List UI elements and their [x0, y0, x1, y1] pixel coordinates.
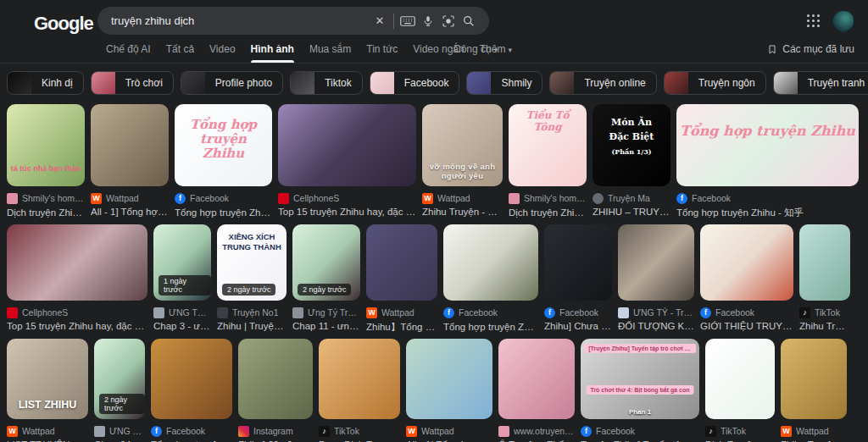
result-title[interactable]: Top 15 truyện Zhihu hay, đặc sắc và h...: [7, 321, 147, 331]
result-title[interactable]: GIỚI THIỆU TRUYỆN] [ZH...: [700, 321, 793, 331]
result-thumbnail[interactable]: [406, 339, 492, 419]
filter-chip-facebook[interactable]: Facebook: [370, 71, 460, 95]
result-thumbnail[interactable]: [799, 224, 850, 301]
result-thumbnail[interactable]: [7, 224, 147, 301]
result-title[interactable]: Chap 3 - ưng tỷ - ...: [153, 321, 211, 331]
result-title[interactable]: Zhihu] Chưa đặt tê...: [544, 321, 612, 331]
result-thumbnail[interactable]: [91, 104, 169, 186]
result-title[interactable]: Tổng hợp truyện Zhihu - 知...: [443, 321, 538, 334]
result-source[interactable]: fFacebook: [151, 425, 232, 437]
result-source[interactable]: CellphoneS: [7, 307, 147, 318]
saved-items-button[interactable]: Các mục đã lưu: [767, 43, 854, 55]
result-thumbnail[interactable]: [443, 224, 538, 301]
result-source[interactable]: ƯNG TỶ - Truyện c...: [618, 307, 694, 318]
result-source[interactable]: WWattpad: [781, 425, 847, 437]
result-thumbnail[interactable]: Tổng hợp truyện Zhihu: [175, 104, 272, 186]
result-title[interactable]: ZHIHU – TRUYỆN KÌ ...: [593, 207, 670, 217]
result-source[interactable]: Truyện No1: [217, 307, 287, 318]
user-avatar[interactable]: [832, 10, 854, 32]
filter-chip-tr-ch-i[interactable]: Trò chơi: [91, 71, 174, 95]
result-thumbnail[interactable]: [618, 224, 694, 301]
search-icon[interactable]: [459, 11, 479, 31]
result-source[interactable]: WWattpad: [7, 425, 88, 437]
result-source[interactable]: Truyện Ma: [593, 192, 670, 204]
tools-button[interactable]: Công cụ▾: [453, 43, 498, 55]
result-thumbnail[interactable]: [278, 104, 416, 186]
result-thumbnail[interactable]: [Truyện Zhihu] Tuyển tập trò chơi kinh d…: [581, 339, 699, 419]
result-source[interactable]: CellphoneS: [278, 192, 416, 204]
tab-tin-t-c[interactable]: Tin tức: [366, 41, 398, 63]
result-title[interactable]: ĐỐI TƯỢNG KẾT ...: [618, 321, 694, 331]
result-thumbnail[interactable]: [544, 224, 612, 301]
result-title[interactable]: Zhihu | Truyện Ngắ...: [217, 321, 287, 331]
result-thumbnail[interactable]: [366, 224, 437, 301]
filter-chip-profile-photo[interactable]: Profile photo: [181, 71, 283, 95]
search-box[interactable]: ✕: [97, 7, 489, 35]
result-title[interactable]: Dịch truyện Zhihu】 – ...: [7, 207, 85, 219]
filter-chip-shmily[interactable]: Shmily: [466, 71, 542, 95]
result-source[interactable]: ƯNG TỶ - Truyện c...: [94, 425, 145, 437]
result-thumbnail[interactable]: [705, 339, 775, 419]
result-source[interactable]: WWattpad: [406, 425, 492, 437]
result-source[interactable]: ♪TikTok: [705, 425, 775, 437]
tab-video[interactable]: Video: [209, 41, 235, 63]
lens-icon[interactable]: [438, 11, 459, 31]
result-title[interactable]: Zhihu Truyện - Wattp...: [422, 207, 503, 217]
result-source[interactable]: ƯNG TỶ - Truyện c...: [153, 307, 211, 318]
result-thumbnail[interactable]: 2 ngày trước: [94, 339, 145, 419]
tab-ch-ai[interactable]: Chế độ AI: [106, 41, 151, 63]
result-thumbnail[interactable]: Món ĂnĐặc Biệt(Phần 1/3): [593, 104, 670, 186]
result-source[interactable]: www.otruyen.vn: [498, 425, 575, 437]
result-source[interactable]: fFacebook: [175, 192, 272, 204]
clear-icon[interactable]: ✕: [370, 11, 390, 31]
result-thumbnail[interactable]: vỡ mộng về anh người yêu: [422, 104, 503, 186]
result-thumbnail[interactable]: [319, 339, 400, 419]
result-thumbnail[interactable]: 1 ngày trước: [153, 224, 211, 301]
filter-chip-truy-n-tranh[interactable]: Truyện tranh: [773, 71, 868, 95]
filter-chip-truy-n-ng-n[interactable]: Truyện ngôn: [664, 71, 766, 95]
apps-grid-icon[interactable]: [807, 14, 821, 28]
tab-mua-s-m[interactable]: Mua sắm: [309, 41, 351, 63]
filter-chip-kinh-d[interactable]: Kinh dị: [7, 71, 84, 95]
result-source[interactable]: fFacebook: [676, 192, 859, 204]
result-thumbnail[interactable]: [238, 339, 313, 419]
result-source[interactable]: fFacebook: [581, 425, 699, 437]
keyboard-icon[interactable]: [398, 11, 418, 31]
result-title[interactable]: All - 1] Tổng hợp tru...: [91, 207, 169, 217]
result-title[interactable]: Tổng hợp truyện Zhihu - 知乎: [676, 207, 859, 219]
result-source[interactable]: WWattpad: [91, 192, 169, 204]
mic-icon[interactable]: [418, 11, 438, 31]
result-thumbnail[interactable]: 2 ngày trước: [292, 224, 360, 301]
result-source[interactable]: fFacebook: [700, 307, 793, 318]
result-source[interactable]: Shmily's home - WordP...: [509, 192, 587, 204]
result-thumbnail[interactable]: XIỀNG XÍCH TRUNG THÀNH2 ngày trước: [217, 224, 287, 301]
result-source[interactable]: fFacebook: [443, 307, 538, 318]
result-thumbnail[interactable]: [781, 339, 847, 419]
result-source[interactable]: Ưng Tỷ Truyện: [292, 307, 360, 318]
result-source[interactable]: fFacebook: [544, 307, 612, 318]
tab-t-t-c[interactable]: Tất cả: [166, 41, 194, 63]
result-title[interactable]: Tổng hợp truyện Zhihu - 知乎: [175, 207, 272, 219]
result-thumbnail[interactable]: [498, 339, 575, 419]
result-thumbnail[interactable]: Tổng hợp truyện Zhihu: [676, 104, 859, 186]
result-thumbnail[interactable]: [700, 224, 793, 301]
result-source[interactable]: Instagram: [238, 425, 313, 437]
result-source[interactable]: ♪TikTok: [799, 307, 850, 318]
result-title[interactable]: Zhihu Truyện Bất T...: [799, 321, 850, 331]
result-source[interactable]: ♪TikTok: [319, 425, 400, 437]
result-thumbnail[interactable]: Tiểu Tổ Tông: [509, 104, 587, 186]
filter-chip-tiktok[interactable]: Tiktok: [290, 71, 363, 95]
search-input[interactable]: [111, 14, 370, 27]
result-source[interactable]: Shmily's home - WordP...: [7, 192, 85, 204]
result-thumbnail[interactable]: LIST ZHIHU: [7, 339, 88, 419]
result-title[interactable]: Chap 11 - ưng tỷ - ...: [292, 321, 360, 331]
result-source[interactable]: WWattpad: [422, 192, 503, 204]
result-source[interactable]: WWattpad: [366, 307, 437, 318]
result-title[interactable]: Dịch truyện Zhihu】 – ...: [509, 207, 587, 219]
result-thumbnail[interactable]: [151, 339, 232, 419]
result-title[interactable]: Top 15 truyện Zhihu hay, đặc sắc và hấp …: [278, 207, 416, 217]
google-logo[interactable]: Google: [34, 13, 93, 35]
result-thumbnail[interactable]: tá túc nhà bạn thân: [7, 104, 85, 186]
result-title[interactable]: Zhihu】Tổng hợp t...: [366, 321, 437, 334]
filter-chip-truy-n-online[interactable]: Truyện online: [549, 71, 656, 95]
